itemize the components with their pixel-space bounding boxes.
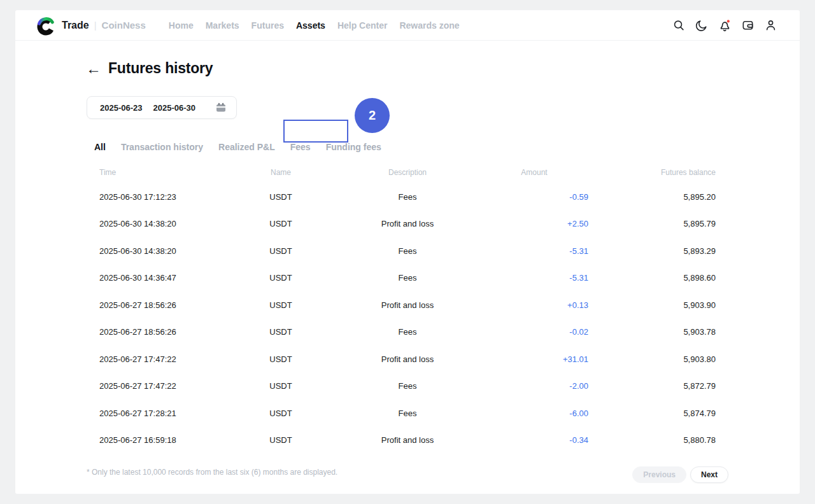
- tab-all[interactable]: All: [94, 142, 106, 152]
- cell-amount: +2.50: [480, 219, 588, 228]
- cell-futures-balance: 5,893.29: [588, 246, 716, 256]
- tab-funding-fees[interactable]: Funding fees: [326, 142, 381, 152]
- page-title: Futures history: [108, 60, 213, 77]
- cell-name: USDT: [227, 381, 335, 391]
- cell-description: Fees: [335, 381, 480, 391]
- cell-amount: -5.31: [480, 273, 588, 283]
- next-button[interactable]: Next: [690, 466, 728, 483]
- table-row: 2025-06-30 14:38:20 USDT Fees -5.31 5,89…: [87, 237, 716, 265]
- tab-transaction-history[interactable]: Transaction history: [121, 142, 203, 152]
- cell-amount: -0.59: [480, 192, 588, 202]
- tab-fees[interactable]: Fees: [290, 142, 311, 152]
- cell-futures-balance: 5,903.80: [588, 354, 716, 364]
- nav-item-rewards-zone[interactable]: Rewards zone: [399, 20, 459, 31]
- cell-amount: -6.00: [480, 409, 588, 418]
- cell-futures-balance: 5,895.79: [588, 219, 716, 228]
- cell-amount: +31.01: [480, 354, 588, 364]
- user-profile-icon[interactable]: [764, 18, 777, 32]
- cell-name: USDT: [227, 327, 335, 337]
- wallet-icon[interactable]: [741, 18, 755, 32]
- cell-time: 2025-06-30 17:12:23: [87, 192, 227, 202]
- cell-description: Fees: [335, 246, 480, 256]
- cell-name: USDT: [227, 192, 335, 202]
- brand-trade[interactable]: Trade: [62, 20, 89, 31]
- annotation-number-badge: 2: [355, 98, 390, 133]
- table-row: 2025-06-27 17:28:21 USDT Fees -6.00 5,87…: [87, 400, 716, 427]
- table-row: 2025-06-30 17:12:23 USDT Fees -0.59 5,89…: [87, 183, 716, 211]
- table-row: 2025-06-27 17:47:22 USDT Profit and loss…: [87, 346, 716, 373]
- cell-name: USDT: [227, 409, 335, 418]
- top-nav: Trade | CoinNess HomeMarketsFuturesAsset…: [15, 10, 800, 41]
- nav-item-futures[interactable]: Futures: [252, 20, 284, 31]
- nav-item-markets[interactable]: Markets: [206, 20, 239, 31]
- table-row: 2025-06-27 18:56:26 USDT Profit and loss…: [87, 291, 716, 319]
- cell-amount: -0.34: [480, 435, 588, 445]
- title-row: ← Futures history: [86, 60, 213, 77]
- cell-description: Profit and loss: [335, 435, 480, 445]
- cell-time: 2025-06-30 14:36:47: [87, 273, 227, 283]
- cell-time: 2025-06-27 18:56:26: [87, 327, 227, 337]
- back-arrow-icon[interactable]: ←: [86, 61, 101, 76]
- pagination: Previous Next: [632, 466, 728, 483]
- cell-futures-balance: 5,872.79: [588, 381, 716, 391]
- cell-name: USDT: [227, 354, 335, 364]
- col-header-time: Time: [87, 168, 227, 177]
- table-row: 2025-06-27 18:56:26 USDT Fees -0.02 5,90…: [87, 319, 716, 346]
- date-end[interactable]: 2025-06-30: [153, 103, 196, 113]
- cell-description: Profit and loss: [335, 354, 480, 364]
- table-body: 2025-06-30 17:12:23 USDT Fees -0.59 5,89…: [87, 183, 716, 454]
- cell-description: Fees: [335, 273, 480, 283]
- cell-time: 2025-06-27 18:56:26: [87, 300, 227, 310]
- cell-time: 2025-06-30 14:38:20: [87, 246, 227, 256]
- cell-description: Fees: [335, 409, 480, 418]
- table-header-row: Time Name Description Amount Futures bal…: [87, 168, 716, 177]
- table-row: 2025-06-27 16:59:18 USDT Profit and loss…: [87, 427, 716, 454]
- search-icon[interactable]: [672, 18, 685, 32]
- brand-site[interactable]: CoinNess: [102, 20, 146, 31]
- nav-item-help-center[interactable]: Help Center: [337, 20, 388, 31]
- table-row: 2025-06-30 14:38:20 USDT Profit and loss…: [87, 211, 716, 238]
- nav-item-home[interactable]: Home: [169, 20, 194, 31]
- col-header-futures-balance: Futures balance: [588, 168, 716, 177]
- cell-futures-balance: 5,880.78: [588, 435, 716, 445]
- cell-futures-balance: 5,874.79: [588, 409, 716, 418]
- history-table: Time Name Description Amount Futures bal…: [87, 168, 716, 454]
- nav-icons: [672, 18, 777, 32]
- app-window: Trade | CoinNess HomeMarketsFuturesAsset…: [15, 10, 800, 494]
- cell-amount: -0.02: [480, 327, 588, 337]
- cell-time: 2025-06-27 17:28:21: [87, 409, 227, 418]
- notification-dot: [727, 20, 730, 22]
- cell-time: 2025-06-30 14:38:20: [87, 219, 227, 228]
- col-header-name: Name: [227, 168, 335, 177]
- cell-amount: -2.00: [480, 381, 588, 391]
- cell-description: Profit and loss: [335, 219, 480, 228]
- cell-amount: -5.31: [480, 246, 588, 256]
- cell-futures-balance: 5,903.90: [588, 300, 716, 310]
- table-row: 2025-06-27 17:47:22 USDT Fees -2.00 5,87…: [87, 373, 716, 400]
- cell-name: USDT: [227, 219, 335, 228]
- cell-description: Fees: [335, 192, 480, 202]
- cell-time: 2025-06-27 16:59:18: [87, 435, 227, 445]
- notifications-bell-icon[interactable]: [718, 18, 732, 32]
- date-range-picker[interactable]: 2025-06-23 2025-06-30: [87, 96, 237, 119]
- cell-futures-balance: 5,903.78: [588, 327, 716, 337]
- nav-item-assets[interactable]: Assets: [296, 20, 325, 31]
- records-footnote: * Only the latest 10,000 records from th…: [87, 468, 337, 477]
- cell-futures-balance: 5,898.60: [588, 273, 716, 283]
- tab-realized-p-l[interactable]: Realized P&L: [218, 142, 275, 152]
- dark-mode-moon-icon[interactable]: [695, 18, 708, 32]
- filter-tabs: AllTransaction historyRealized P&LFeesFu…: [94, 142, 381, 152]
- col-header-description: Description: [335, 168, 480, 177]
- cell-name: USDT: [227, 246, 335, 256]
- date-start[interactable]: 2025-06-23: [100, 103, 143, 113]
- coinness-logo-icon[interactable]: [36, 15, 56, 36]
- cell-description: Profit and loss: [335, 300, 480, 310]
- cell-futures-balance: 5,895.20: [588, 192, 716, 202]
- calendar-icon[interactable]: [215, 102, 227, 113]
- col-header-amount: Amount: [480, 168, 588, 177]
- brand-separator: |: [94, 20, 97, 31]
- cell-name: USDT: [227, 300, 335, 310]
- nav-menu: HomeMarketsFuturesAssetsHelp CenterRewar…: [169, 20, 460, 31]
- table-row: 2025-06-30 14:36:47 USDT Fees -5.31 5,89…: [87, 265, 716, 292]
- previous-button[interactable]: Previous: [632, 466, 686, 483]
